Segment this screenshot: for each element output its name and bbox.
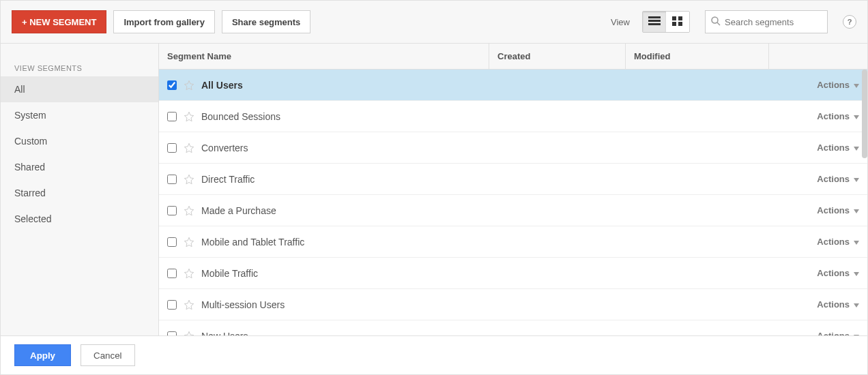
sidebar-item-system[interactable]: System [1,102,158,128]
star-icon[interactable] [184,142,194,153]
star-icon[interactable] [184,331,194,336]
actions-label: Actions [817,237,850,247]
star-icon[interactable] [184,174,194,185]
row-checkbox[interactable] [167,300,177,310]
table-row[interactable]: ConvertersActions [159,132,867,164]
new-segment-button[interactable]: + NEW SEGMENT [12,10,106,33]
table-header: Segment Name Created Modified [159,44,867,70]
row-actions-menu[interactable]: Actions [777,174,859,184]
chevron-down-icon [854,80,859,90]
sidebar-item-custom[interactable]: Custom [1,128,158,154]
search-icon [711,16,721,28]
sidebar-item-starred[interactable]: Starred [1,180,158,206]
row-checkbox[interactable] [167,175,177,184]
view-toggle [642,11,690,33]
svg-rect-6 [678,22,682,26]
chevron-down-icon [854,331,859,335]
actions-label: Actions [817,331,850,335]
row-actions-menu[interactable]: Actions [777,142,859,153]
actions-label: Actions [817,80,850,90]
footer: Apply Cancel [1,335,867,374]
svg-rect-5 [672,22,676,26]
row-actions-menu[interactable]: Actions [777,268,859,278]
row-actions-menu[interactable]: Actions [777,111,859,121]
svg-rect-2 [648,23,661,25]
view-label: View [611,17,630,27]
view-grid-button[interactable] [666,12,689,32]
table-body[interactable]: All UsersActionsBounced SessionsActionsC… [159,70,867,335]
import-from-gallery-button[interactable]: Import from gallery [113,10,214,33]
chevron-down-icon [854,142,859,153]
search-box[interactable] [705,10,828,33]
search-input[interactable] [725,17,822,27]
chevron-down-icon [854,237,859,247]
actions-label: Actions [817,111,850,121]
star-icon[interactable] [184,111,194,122]
chevron-down-icon [854,111,859,121]
svg-line-8 [717,22,720,25]
table-row[interactable]: Made a PurchaseActions [159,195,867,226]
cancel-button[interactable]: Cancel [81,344,135,366]
star-icon[interactable] [184,237,194,247]
row-actions-menu[interactable]: Actions [777,299,859,310]
row-actions-menu[interactable]: Actions [777,237,859,247]
row-actions-menu[interactable]: Actions [777,80,859,90]
sidebar-header: VIEW SEGMENTS [1,59,158,76]
row-checkbox[interactable] [167,206,177,215]
view-list-button[interactable] [643,12,666,32]
svg-rect-3 [672,16,676,20]
column-modified[interactable]: Modified [625,44,768,69]
sidebar-item-shared[interactable]: Shared [1,154,158,180]
row-checkbox[interactable] [167,143,177,153]
column-created[interactable]: Created [489,44,625,69]
chevron-down-icon [854,268,859,278]
help-button[interactable]: ? [843,15,856,29]
chevron-down-icon [854,299,859,310]
row-checkbox[interactable] [167,237,177,247]
table-row[interactable]: New UsersActions [159,320,867,335]
actions-label: Actions [817,142,850,153]
svg-rect-0 [648,16,661,18]
actions-label: Actions [817,299,850,310]
sidebar-item-all[interactable]: All [1,76,158,102]
star-icon[interactable] [184,80,194,91]
row-actions-menu[interactable]: Actions [777,331,859,335]
table-row[interactable]: Mobile and Tablet TrafficActions [159,226,867,258]
actions-label: Actions [817,268,850,278]
table-row[interactable]: Bounced SessionsActions [159,101,867,132]
grid-view-icon [672,16,683,28]
svg-rect-1 [648,20,661,22]
table-row[interactable]: All UsersActions [159,70,867,101]
row-checkbox[interactable] [167,112,177,121]
table-row[interactable]: Direct TrafficActions [159,164,867,195]
row-segment-name: New Users [201,331,497,336]
share-segments-button[interactable]: Share segments [222,10,310,33]
chevron-down-icon [854,205,859,215]
star-icon[interactable] [184,299,194,310]
sidebar: VIEW SEGMENTS AllSystemCustomSharedStarr… [1,44,159,335]
chevron-down-icon [854,174,859,184]
apply-button[interactable]: Apply [14,344,71,366]
row-segment-name: Converters [201,142,497,153]
row-segment-name: Mobile and Tablet Traffic [201,237,497,247]
svg-point-7 [712,17,718,23]
svg-rect-4 [678,16,682,20]
actions-label: Actions [817,174,850,184]
toolbar: + NEW SEGMENT Import from gallery Share … [1,1,867,43]
row-segment-name: Made a Purchase [201,205,497,216]
row-segment-name: All Users [201,80,497,91]
table-row[interactable]: Multi-session UsersActions [159,289,867,320]
row-segment-name: Multi-session Users [201,299,497,310]
row-segment-name: Mobile Traffic [201,268,497,279]
column-actions [768,44,867,69]
row-checkbox[interactable] [167,80,177,90]
row-actions-menu[interactable]: Actions [777,205,859,215]
row-checkbox[interactable] [167,331,177,336]
column-segment-name[interactable]: Segment Name [159,44,489,69]
star-icon[interactable] [184,268,194,279]
star-icon[interactable] [184,205,194,216]
sidebar-item-selected[interactable]: Selected [1,206,158,232]
row-checkbox[interactable] [167,269,177,278]
scrollbar-thumb[interactable] [862,70,867,158]
table-row[interactable]: Mobile TrafficActions [159,258,867,289]
